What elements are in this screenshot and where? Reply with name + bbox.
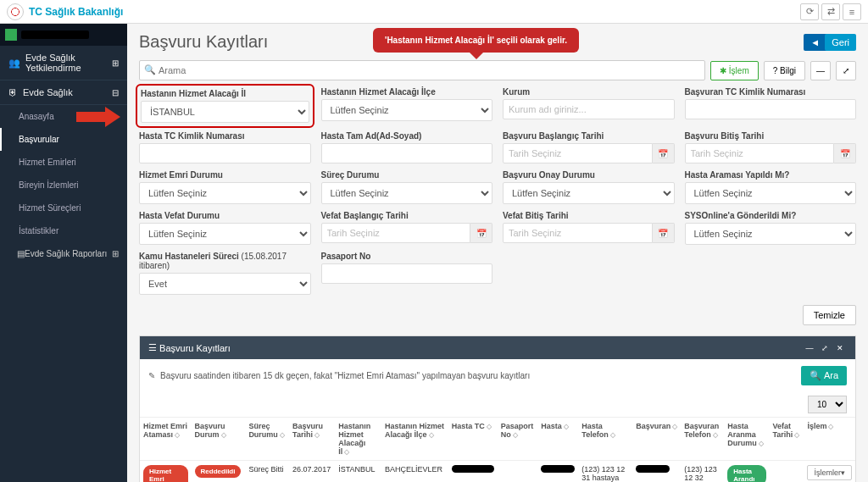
redacted [541, 465, 575, 473]
islem-button[interactable]: ✱ İşlem [710, 61, 759, 80]
exchange-button[interactable]: ⇄ [821, 3, 840, 20]
temizle-button[interactable]: Temizle [803, 305, 856, 325]
calendar-icon[interactable]: 📅 [653, 143, 675, 163]
aranma-badge: Hasta Arandı [727, 465, 765, 482]
guide-arrow [76, 107, 124, 127]
page-title: Başvuru Kayıtları [139, 32, 268, 52]
back-button[interactable]: Geri [825, 34, 856, 51]
sidebar-item-raporlar[interactable]: ▤ Evde Sağlık Raporları ⊞ [0, 242, 127, 265]
filter-il: Hastanın Hizmet Alacağı İl İSTANBUL [136, 84, 314, 128]
hizmet-badge: Hizmet Emri Atanmadı [143, 465, 188, 482]
user-name-redacted [21, 30, 89, 39]
panel-title: Başvuru Kayıtları [159, 343, 231, 353]
basvuru-baslangic-input[interactable] [503, 143, 653, 163]
redacted [636, 465, 670, 473]
results-table: Hizmet Emri Ataması◇Başvuru Durum◇Süreç … [140, 417, 855, 482]
col-header[interactable]: Hastanın Hizmet Alacağı İlçe◇ [381, 418, 448, 461]
expand-icon: ⊞ [112, 58, 119, 68]
pagesize-select[interactable]: 10 [808, 396, 847, 413]
table-row: Hizmet Emri AtanmadıReddedildiSüreç Bitt… [140, 461, 855, 483]
vefat-durum-select[interactable]: Lütfen Seçiniz [139, 223, 311, 245]
sidebar-header-yetkilendirme[interactable]: 👥 Evde Sağlık Yetkilendirme ⊞ [0, 46, 127, 80]
calendar-icon[interactable]: 📅 [653, 223, 675, 243]
vefat-bitis-input[interactable] [503, 223, 653, 243]
col-header[interactable]: İşlem◇ [804, 418, 855, 461]
guide-callout: 'Hastanın Hizmet Alacağı İl' seçili olar… [373, 28, 579, 53]
back-arrow-button[interactable]: ◄ [804, 34, 826, 51]
sidebar-item-istatistikler[interactable]: İstatistikler [0, 219, 127, 242]
col-header[interactable]: Hizmet Emri Ataması◇ [140, 418, 192, 461]
col-header[interactable]: Hasta Telefon◇ [578, 418, 632, 461]
col-header[interactable]: Pasaport No◇ [498, 418, 538, 461]
onay-durum-select[interactable]: Lütfen Seçiniz [503, 182, 675, 204]
minimize-button[interactable]: — [810, 61, 831, 80]
bilgi-button[interactable]: ? Bilgi [764, 61, 805, 80]
col-header[interactable]: Hasta Aranma Durumu◇ [724, 418, 769, 461]
expand-button[interactable]: ⤢ [836, 61, 856, 80]
col-header[interactable]: Hasta◇ [537, 418, 578, 461]
col-header[interactable]: Vefat Tarihi◇ [770, 418, 804, 461]
pasaport-input[interactable] [321, 263, 493, 284]
vefat-baslangic-input[interactable] [321, 223, 471, 243]
surec-durum-select[interactable]: Lütfen Seçiniz [321, 182, 493, 204]
ara-button[interactable]: 🔍 Ara [801, 366, 847, 385]
kamu-select[interactable]: Evet [139, 273, 311, 295]
collapse-icon: ⊟ [112, 88, 119, 97]
panel-min-button[interactable]: — [803, 344, 816, 352]
kurum-input[interactable] [503, 99, 675, 119]
user-avatar [5, 29, 17, 41]
sidebar-item-hizmet-emirleri[interactable]: Hizmet Emirleri [0, 151, 127, 174]
sys-select[interactable]: Lütfen Seçiniz [685, 223, 857, 245]
report-icon: ▤ [17, 249, 25, 258]
col-header[interactable]: Başvuru Durum◇ [192, 418, 246, 461]
ministry-logo [7, 3, 24, 20]
basvuran-tc-input[interactable] [685, 99, 857, 119]
col-header[interactable]: Başvuru Tarihi◇ [289, 418, 335, 461]
notice-text: Başvuru saatinden itibaren 15 dk geçen, … [160, 371, 530, 380]
basvuru-bitis-input[interactable] [685, 143, 835, 163]
calendar-icon[interactable]: 📅 [470, 223, 492, 243]
search-input[interactable] [139, 60, 705, 80]
panel-close-button[interactable]: ✕ [833, 344, 847, 352]
users-icon: 👥 [8, 58, 20, 69]
list-icon: ☰ [148, 342, 159, 353]
islemler-button[interactable]: İşlemler▾ [807, 465, 852, 480]
col-header[interactable]: Süreç Durumu◇ [245, 418, 289, 461]
sidebar-header-evdesaglik[interactable]: ⛨ Evde Sağlık ⊟ [0, 80, 127, 105]
col-header[interactable]: Hastanın Hizmet Alacağı İl◇ [335, 418, 381, 461]
brand-title: TC Sağlık Bakanlığı [29, 6, 123, 18]
edit-icon: ✎ [148, 371, 155, 380]
col-header[interactable]: Başvuran◇ [632, 418, 681, 461]
ilce-select[interactable]: Lütfen Seçiniz [321, 99, 493, 121]
calendar-icon[interactable]: 📅 [834, 143, 856, 163]
col-header[interactable]: Hasta TC◇ [448, 418, 498, 461]
durum-badge: Reddedildi [195, 465, 242, 478]
user-bar [0, 24, 127, 46]
expand-icon: ⊞ [112, 249, 119, 258]
health-icon: ⛨ [8, 87, 18, 97]
redacted [452, 465, 494, 473]
he-durum-select[interactable]: Lütfen Seçiniz [139, 182, 311, 204]
hasta-ad-input[interactable] [321, 143, 493, 163]
refresh-button[interactable]: ⟳ [800, 3, 819, 20]
panel-expand-button[interactable]: ⤢ [818, 344, 832, 352]
sidebar-item-basvurular[interactable]: Başvurular [0, 128, 127, 151]
menu-button[interactable]: ≡ [843, 3, 861, 20]
hasta-tc-input[interactable] [139, 143, 311, 163]
search-icon: 🔍 [144, 64, 156, 75]
sidebar-item-bireyin-izlemleri[interactable]: Bireyin İzlemleri [0, 174, 127, 197]
il-select[interactable]: İSTANBUL [141, 101, 309, 123]
col-header[interactable]: Başvuran Telefon◇ [681, 418, 724, 461]
sidebar-item-hizmet-surecleri[interactable]: Hizmet Süreçleri [0, 197, 127, 219]
arama-select[interactable]: Lütfen Seçiniz [685, 182, 857, 204]
